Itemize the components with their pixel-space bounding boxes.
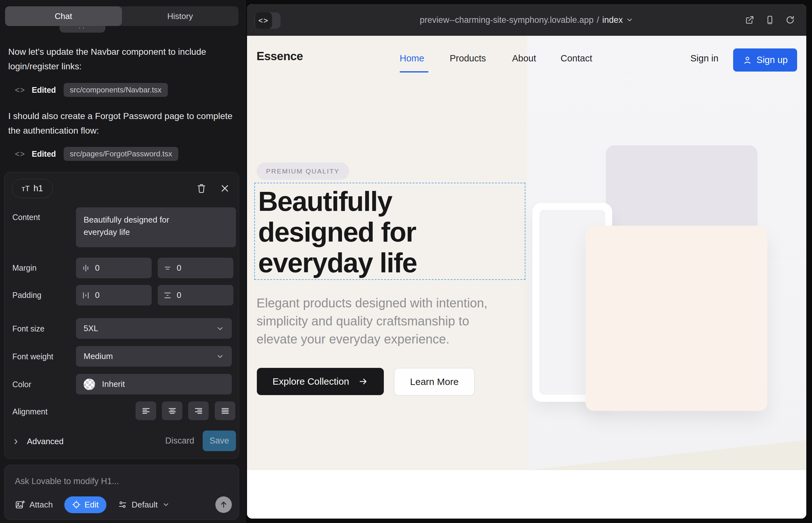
premium-quality-badge: PREMIUM QUALITY: [257, 162, 349, 180]
save-button[interactable]: Save: [203, 431, 236, 451]
sign-up-button[interactable]: Sign up: [733, 49, 797, 72]
file-chip[interactable]: src/components/Navbar.tsx: [64, 83, 168, 97]
preview-chrome-bar: <> preview--charming-site-symphony.lovab…: [247, 4, 806, 36]
align-left-button[interactable]: [136, 401, 156, 420]
hero-paragraph: Elegant products designed with intention…: [257, 294, 513, 348]
chat-history-tabs: Chat History: [5, 6, 239, 26]
hero-heading-line: Beautifully: [258, 186, 417, 217]
section-below-hero: [247, 470, 806, 519]
nav-link-contact[interactable]: Contact: [561, 53, 592, 64]
padding-y-value: 0: [177, 290, 181, 300]
url-separator: /: [597, 15, 599, 25]
file-chip[interactable]: src/pages/ForgotPassword.tsx: [64, 147, 179, 161]
font-size-label: Font size: [12, 324, 44, 333]
content-value: Beautifully designed for everyday life: [84, 214, 188, 238]
margin-label: Margin: [12, 264, 36, 273]
hero-heading-line: designed for: [258, 217, 417, 247]
user-icon: [743, 55, 752, 65]
site-logo[interactable]: Essence: [257, 50, 303, 63]
close-panel-button[interactable]: [218, 182, 231, 195]
padding-label: Padding: [12, 291, 41, 300]
element-tag-badge[interactable]: ᴛT h1: [12, 179, 53, 198]
sliders-icon: [118, 500, 127, 509]
content-textarea[interactable]: Beautifully designed for everyday life: [76, 208, 236, 247]
decorative-card-cream: [586, 226, 767, 411]
default-model-button[interactable]: Default: [118, 500, 170, 510]
align-right-button[interactable]: [188, 401, 209, 420]
nav-link-products[interactable]: Products: [450, 53, 486, 64]
refresh-icon[interactable]: [785, 15, 795, 25]
preview-window: <> preview--charming-site-symphony.lovab…: [247, 4, 806, 519]
chevron-down-icon: [216, 353, 224, 361]
advanced-label: Advanced: [27, 437, 64, 446]
margin-y-input[interactable]: 0: [158, 258, 233, 278]
open-external-icon[interactable]: [745, 15, 754, 25]
element-editor-panel: ᴛT h1 Content Beautifully designed for e…: [4, 172, 239, 459]
hero-heading-line: everyday life: [258, 247, 417, 278]
chevron-down-icon: [626, 16, 633, 24]
learn-more-button[interactable]: Learn More: [394, 368, 475, 396]
color-select[interactable]: Inherit: [76, 374, 232, 395]
font-size-value: 5XL: [84, 324, 98, 333]
explore-collection-button[interactable]: Explore Collection: [257, 368, 384, 395]
align-justify-button[interactable]: [215, 401, 235, 420]
url-path: index: [602, 15, 623, 25]
nav-link-home[interactable]: Home: [400, 53, 424, 64]
chevron-down-icon: [162, 501, 170, 508]
code-icon: <>: [15, 149, 25, 159]
url-host: preview--charming-site-symphony.lovable.…: [420, 15, 594, 25]
align-center-icon: [167, 406, 177, 416]
nav-active-underline: [400, 71, 428, 72]
url-bar[interactable]: preview--charming-site-symphony.lovable.…: [247, 4, 806, 36]
mobile-view-icon[interactable]: [765, 15, 775, 25]
alignment-label: Alignment: [12, 407, 48, 416]
font-weight-value: Medium: [84, 351, 113, 361]
assistant-message: Now let's update the Navbar component to…: [8, 44, 233, 74]
tab-chat[interactable]: Chat: [5, 6, 122, 26]
close-icon: [220, 184, 230, 193]
element-tag: h1: [34, 184, 43, 194]
discard-button[interactable]: Discard: [163, 431, 196, 451]
advanced-toggle[interactable]: Advanced: [12, 437, 64, 446]
font-weight-select[interactable]: Medium: [76, 346, 232, 366]
explore-collection-label: Explore Collection: [273, 376, 349, 387]
composer-placeholder[interactable]: Ask Lovable to modify H1...: [15, 476, 119, 486]
color-swatch-transparent: [84, 379, 95, 390]
send-button[interactable]: [215, 497, 232, 513]
trash-icon: [196, 183, 207, 194]
edited-label: Edited: [32, 149, 56, 159]
crosshair-icon: [72, 500, 81, 509]
chrome-actions: [745, 4, 795, 36]
padding-x-input[interactable]: 0: [76, 285, 152, 306]
margin-x-input[interactable]: 0: [76, 258, 152, 278]
align-right-icon: [194, 406, 203, 416]
attach-button[interactable]: Attach: [15, 500, 53, 510]
padding-horizontal-icon: [82, 291, 90, 300]
margin-vertical-icon: [163, 264, 172, 272]
delete-element-button[interactable]: [195, 182, 208, 195]
tab-history[interactable]: History: [122, 6, 239, 26]
default-label: Default: [132, 500, 158, 510]
site-preview: Essence Home Products About Contact Sign…: [247, 36, 806, 519]
edit-mode-button[interactable]: Edit: [64, 497, 106, 513]
padding-y-input[interactable]: 0: [158, 285, 233, 306]
assistant-message: I should also create a Forgot Password p…: [8, 109, 233, 138]
padding-vertical-icon: [163, 291, 172, 300]
margin-horizontal-icon: [82, 264, 90, 272]
arrow-right-icon: [358, 377, 368, 386]
attach-label: Attach: [30, 500, 53, 510]
sign-up-label: Sign up: [757, 55, 788, 65]
edit-label: Edit: [85, 500, 99, 510]
attach-image-icon: [15, 500, 25, 510]
nav-link-about[interactable]: About: [512, 53, 536, 64]
align-center-button[interactable]: [162, 401, 182, 420]
color-value: Inherit: [102, 379, 125, 389]
composer-toolbar: Attach Edit Default: [15, 496, 232, 513]
selected-h1-element[interactable]: Beautifully designed for everyday life: [254, 183, 525, 280]
align-justify-icon: [220, 406, 230, 416]
font-size-select[interactable]: 5XL: [76, 318, 232, 339]
sign-in-link[interactable]: Sign in: [690, 53, 719, 64]
prompt-composer[interactable]: Ask Lovable to modify H1... Attach Edit: [4, 465, 239, 520]
chat-sidebar: Chat History ·· Now let's update the Nav…: [0, 0, 246, 523]
edited-file-row: <> Edited src/components/Navbar.tsx: [15, 83, 168, 97]
